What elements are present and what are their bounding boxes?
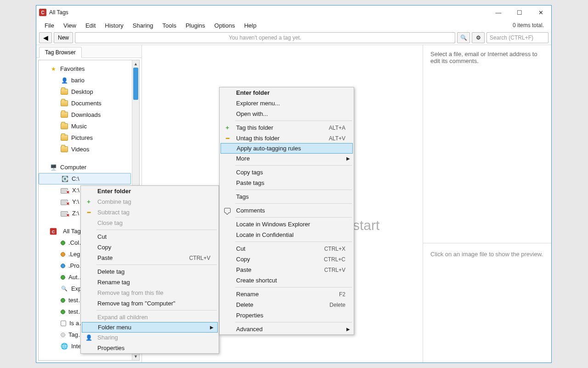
- ctx2-rename[interactable]: RenameF2: [220, 289, 354, 299]
- minimize-button[interactable]: —: [488, 6, 509, 19]
- titlebar: C All Tags — ☐ ✕: [36, 6, 551, 19]
- node-documents[interactable]: Documents: [39, 98, 139, 109]
- ctx2-locate-confidential[interactable]: Locate in Confidential: [220, 230, 354, 240]
- menu-sharing[interactable]: Sharing: [128, 21, 158, 30]
- person-icon: 👤: [85, 334, 93, 341]
- minus-icon: ━: [223, 135, 232, 142]
- chevron-right-icon: ▶: [346, 156, 350, 161]
- drive-icon: 💽: [61, 175, 68, 183]
- star-icon: ★: [50, 65, 57, 73]
- right-pane: Select a file, email or Internet address…: [423, 45, 551, 362]
- user-icon: 👤: [61, 77, 68, 84]
- ctx2-tags[interactable]: Tags: [220, 191, 354, 202]
- items-total-label: 0 items total.: [513, 22, 548, 29]
- ctx2-advanced[interactable]: Advanced▶: [220, 324, 354, 334]
- ctx-subtract-tag[interactable]: ━Subtract tag: [81, 207, 219, 218]
- preview-placeholder: Click on an image file to show the previ…: [423, 243, 551, 265]
- ctx-close-tag[interactable]: Close tag: [81, 218, 219, 228]
- scroll-thumb[interactable]: [133, 68, 138, 100]
- menu-file[interactable]: File: [40, 21, 59, 30]
- chevron-right-icon: ▶: [346, 327, 350, 332]
- folder-icon: [61, 112, 68, 118]
- address-bar[interactable]: You haven't opened a tag yet.: [75, 32, 455, 43]
- settings-button[interactable]: [472, 32, 485, 43]
- ctx-cut[interactable]: Cut: [81, 231, 219, 242]
- folder-icon: [61, 135, 68, 141]
- ctx-properties[interactable]: Properties: [81, 343, 219, 353]
- context-menu-folder: Enter folder Explorer menu... Open with.…: [219, 87, 354, 335]
- node-videos[interactable]: Videos: [39, 144, 139, 155]
- ctx-expand-children[interactable]: Expand all children: [81, 312, 219, 322]
- close-button[interactable]: ✕: [530, 6, 551, 19]
- folder-icon: [61, 123, 68, 129]
- ctx-remove-from-file[interactable]: Remove tag from this file: [81, 288, 219, 298]
- menu-help[interactable]: Help: [239, 21, 261, 30]
- ctx2-shortcut[interactable]: Create shortcut: [220, 275, 354, 286]
- search-input[interactable]: Search (CTRL+F): [486, 32, 548, 43]
- ctx-remove-from-computer[interactable]: Remove tag from "Computer": [81, 298, 219, 309]
- menu-edit[interactable]: Edit: [81, 21, 100, 30]
- scroll-down-icon[interactable]: ▼: [132, 353, 139, 360]
- node-computer[interactable]: 🖥️Computer: [39, 161, 139, 173]
- ctx2-enter-folder[interactable]: Enter folder: [220, 87, 354, 98]
- menu-tools[interactable]: Tools: [158, 21, 181, 30]
- node-music[interactable]: Music: [39, 121, 139, 132]
- menu-history[interactable]: History: [100, 21, 128, 30]
- tab-tag-browser[interactable]: Tag Browser: [39, 47, 82, 58]
- checkbox-icon: [61, 321, 66, 326]
- ctx-folder-menu[interactable]: Folder menu▶: [82, 322, 218, 333]
- tag-dot-icon: [61, 310, 65, 314]
- node-bario[interactable]: 👤bario: [39, 75, 139, 86]
- tag-dot-icon: [61, 275, 65, 280]
- node-drive-c[interactable]: 💽C:\: [39, 173, 131, 184]
- app-icon: C: [50, 228, 57, 234]
- ctx2-copy-tags[interactable]: Copy tags: [220, 167, 354, 178]
- ctx2-open-with[interactable]: Open with...: [220, 109, 354, 119]
- menu-options[interactable]: Options: [210, 21, 240, 30]
- ctx2-more[interactable]: More▶: [220, 153, 354, 164]
- drive-offline-icon: [61, 187, 69, 194]
- ctx2-locate-explorer[interactable]: Locate in Windows Explorer: [220, 219, 354, 230]
- comments-placeholder: Select a file, email or Internet address…: [423, 45, 551, 243]
- node-favorites[interactable]: ★Favorites: [39, 63, 139, 75]
- globe-icon: 🌐: [61, 343, 68, 350]
- chevron-right-icon: ▶: [210, 325, 214, 330]
- ctx-paste[interactable]: PasteCTRL+V: [81, 253, 219, 263]
- ctx2-tag-folder[interactable]: ＋Tag this folderALT+A: [220, 122, 354, 133]
- maximize-button[interactable]: ☐: [509, 6, 530, 19]
- node-downloads[interactable]: Downloads: [39, 109, 139, 121]
- plus-icon: ＋: [223, 124, 232, 132]
- tag-dot-icon: [61, 298, 65, 303]
- folder-icon: [61, 100, 68, 106]
- zoom-button[interactable]: 🔍: [457, 32, 470, 43]
- ctx2-apply-auto-tagging[interactable]: Apply auto-tagging rules: [220, 143, 353, 154]
- ctx-sharing[interactable]: 👤Sharing: [81, 332, 219, 343]
- menu-plugins[interactable]: Plugins: [181, 21, 210, 30]
- menu-view[interactable]: View: [59, 21, 81, 30]
- ctx-combine-tag[interactable]: ＋Combine tag: [81, 196, 219, 207]
- ctx2-cut[interactable]: CutCTRL+X: [220, 243, 354, 254]
- ctx2-paste-tags[interactable]: Paste tags: [220, 178, 354, 188]
- ctx2-paste[interactable]: PasteCTRL+V: [220, 264, 354, 275]
- folder-icon: [61, 146, 68, 152]
- ctx2-properties[interactable]: Properties: [220, 310, 354, 321]
- app-icon: C: [39, 9, 46, 16]
- node-pictures[interactable]: Pictures: [39, 132, 139, 144]
- ctx2-untag-folder[interactable]: ━Untag this folderALT+V: [220, 133, 354, 144]
- scroll-up-icon[interactable]: ▲: [132, 60, 139, 68]
- plus-icon: ＋: [85, 198, 93, 206]
- back-button[interactable]: ◀: [39, 32, 52, 43]
- ctx-enter-folder[interactable]: Enter folder: [81, 186, 219, 196]
- ctx2-explorer-menu[interactable]: Explorer menu...: [220, 98, 354, 109]
- menubar: File View Edit History Sharing Tools Plu…: [36, 19, 551, 31]
- ctx2-delete[interactable]: DeleteDelete: [220, 299, 354, 310]
- search-icon: [61, 285, 68, 293]
- ctx-delete-tag[interactable]: Delete tag: [81, 266, 219, 277]
- ctx2-comments[interactable]: Comments: [220, 205, 354, 216]
- ctx2-copy[interactable]: CopyCTRL+C: [220, 254, 354, 264]
- node-desktop[interactable]: Desktop: [39, 86, 139, 98]
- ctx-rename-tag[interactable]: Rename tag: [81, 277, 219, 288]
- drive-offline-icon: [61, 199, 69, 205]
- new-button[interactable]: New: [54, 32, 73, 43]
- ctx-copy[interactable]: Copy: [81, 242, 219, 253]
